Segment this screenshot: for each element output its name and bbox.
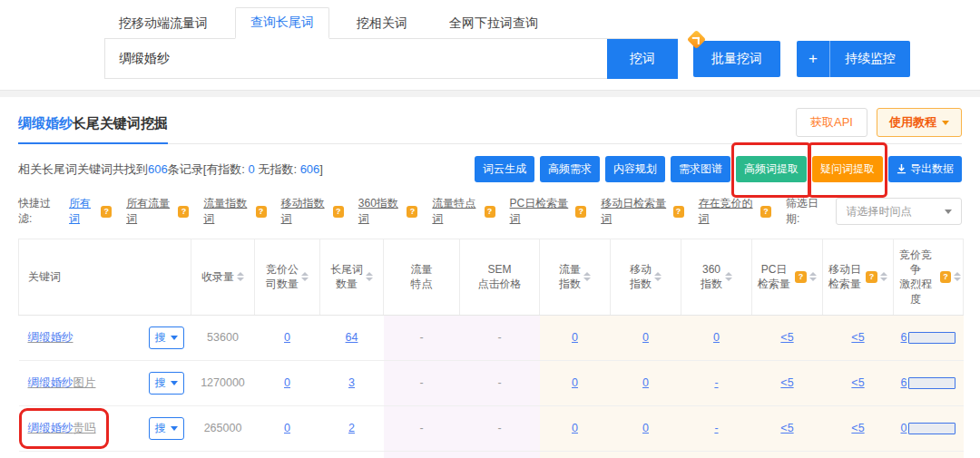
- longtail-results-card: 绸缎婚纱长尾关键词挖掘 获取API 使用教程 相关长尾词关键词共找到606条记录…: [0, 97, 980, 458]
- cell-value-link[interactable]: 64: [346, 331, 358, 344]
- sort-icon[interactable]: [237, 272, 244, 281]
- cell-value-link[interactable]: 0: [284, 331, 290, 344]
- cell-pc_daily: <5: [752, 405, 823, 451]
- sort-icon[interactable]: [654, 272, 662, 281]
- action-button-导出数据[interactable]: 导出数据: [888, 156, 962, 182]
- cell-value-link[interactable]: 2: [348, 422, 355, 434]
- tab-全网下拉词查询[interactable]: 全网下拉词查询: [435, 9, 553, 38]
- cell-value-link[interactable]: 0: [572, 331, 578, 344]
- help-icon[interactable]: ?: [940, 271, 951, 283]
- filter-流量特点词[interactable]: 流量特点词?: [432, 196, 495, 227]
- cell-value-link[interactable]: 0: [642, 422, 649, 434]
- help-icon[interactable]: ?: [485, 206, 495, 218]
- row-search-button[interactable]: 搜: [149, 326, 184, 349]
- keyword-link[interactable]: 绸缎婚纱图片: [28, 375, 96, 391]
- competition-cell: 6: [896, 331, 962, 344]
- help-icon[interactable]: ?: [333, 206, 344, 218]
- filter-移动日检索量词[interactable]: 移动日检索量词?: [601, 196, 683, 227]
- cell-mobile_daily: <5: [823, 315, 894, 360]
- help-icon[interactable]: ?: [256, 206, 267, 218]
- cell-value-link[interactable]: <5: [851, 422, 864, 434]
- cell-value-link[interactable]: <5: [851, 376, 864, 389]
- cell-value-link[interactable]: 0: [642, 331, 649, 344]
- sort-icon[interactable]: [725, 272, 732, 281]
- competition-value-link[interactable]: 0: [901, 422, 907, 434]
- cell-value-link[interactable]: <5: [780, 422, 793, 434]
- help-icon[interactable]: ?: [673, 206, 684, 218]
- help-icon[interactable]: ?: [178, 206, 189, 218]
- plus-icon[interactable]: +: [797, 50, 829, 68]
- cell-value-link[interactable]: -: [714, 376, 718, 389]
- sort-icon[interactable]: [809, 272, 817, 281]
- row-search-button[interactable]: 搜: [149, 372, 184, 395]
- cell-index_360: -: [681, 405, 752, 451]
- filter-PC日检索量词[interactable]: PC日检索量词?: [510, 196, 587, 227]
- filter-所有词[interactable]: 所有词?: [69, 196, 112, 227]
- action-button-疑问词提取[interactable]: 疑问词提取: [812, 156, 883, 182]
- sort-up-icon: [725, 272, 732, 276]
- help-icon[interactable]: ?: [760, 206, 771, 218]
- sort-icon[interactable]: [583, 272, 591, 281]
- cell-value-link[interactable]: 0: [713, 331, 720, 344]
- cell-value-link[interactable]: <5: [780, 331, 793, 344]
- cell-value-link[interactable]: -: [714, 422, 718, 434]
- filter-所有流量词[interactable]: 所有流量词?: [126, 196, 189, 227]
- tab-查询长尾词[interactable]: 查询长尾词: [235, 7, 329, 39]
- help-icon[interactable]: ?: [866, 271, 877, 283]
- cell-value-link[interactable]: <5: [780, 376, 793, 389]
- sort-icon[interactable]: [301, 272, 309, 281]
- date-select[interactable]: 请选择时间点: [836, 198, 962, 225]
- cell-value-link[interactable]: 0: [284, 376, 290, 389]
- help-icon[interactable]: ?: [575, 206, 586, 218]
- competition-value-link[interactable]: 6: [901, 376, 907, 389]
- cell-value-link[interactable]: 0: [284, 422, 290, 434]
- sort-down-icon: [583, 278, 591, 281]
- help-icon[interactable]: ?: [101, 206, 112, 218]
- action-button-label: 词云生成: [483, 161, 526, 177]
- tutorial-button[interactable]: 使用教程: [877, 108, 962, 137]
- help-icon[interactable]: ?: [795, 271, 807, 283]
- batch-dig-button[interactable]: 批量挖词: [693, 41, 780, 77]
- dig-words-button[interactable]: 挖词: [607, 39, 678, 79]
- action-button-高频词提取[interactable]: 高频词提取: [736, 156, 807, 182]
- action-button-需求图谱[interactable]: 需求图谱: [671, 156, 730, 182]
- cell-mobile_index: 0: [611, 315, 681, 360]
- sort-down-icon: [725, 278, 732, 281]
- filter-流量指数词[interactable]: 流量指数词?: [203, 196, 266, 227]
- action-button-高频需求[interactable]: 高频需求: [540, 156, 600, 182]
- get-api-button[interactable]: 获取API: [796, 108, 867, 137]
- cell-value-link[interactable]: 0: [572, 422, 578, 434]
- cell-longtail_count: 3: [320, 360, 384, 405]
- cell-competition: 9: [894, 451, 964, 458]
- keyword-link[interactable]: 绸缎婚纱贵吗: [28, 421, 96, 436]
- keyword-input[interactable]: [104, 39, 607, 79]
- row-search-button[interactable]: 搜: [149, 417, 184, 440]
- cell-value-link[interactable]: <5: [851, 331, 864, 344]
- cell-mobile_daily: <5: [823, 405, 894, 451]
- sort-icon[interactable]: [880, 272, 887, 281]
- sort-icon[interactable]: [366, 272, 373, 281]
- cell-index_360: 0: [681, 451, 752, 458]
- filter-移动指数词[interactable]: 移动指数词?: [281, 196, 344, 227]
- action-button-label: 需求图谱: [679, 161, 722, 177]
- action-button-词云生成[interactable]: 词云生成: [475, 156, 534, 182]
- filter-360指数词[interactable]: 360指数词?: [358, 196, 418, 227]
- cell-sem_price: -: [460, 405, 540, 451]
- table-row: 绸缎婚纱搜53600064--000<5<56: [19, 315, 964, 360]
- cell-value-link[interactable]: 0: [642, 376, 649, 389]
- cell-value-link[interactable]: 0: [572, 376, 578, 389]
- tab-挖相关词[interactable]: 挖相关词: [342, 9, 422, 38]
- cell-sem_price: -: [460, 360, 540, 405]
- sort-icon[interactable]: [954, 272, 961, 281]
- quick-filter-bar: 快捷过滤: 所有词?所有流量词?流量指数词?移动指数词?360指数词?流量特点词…: [18, 188, 962, 239]
- help-icon[interactable]: ?: [407, 206, 417, 218]
- competition-value-link[interactable]: 6: [901, 331, 907, 344]
- tab-挖移动端流量词[interactable]: 挖移动端流量词: [104, 9, 222, 38]
- keyword-link[interactable]: 绸缎婚纱: [28, 330, 74, 346]
- chevron-down-icon: [171, 381, 178, 385]
- column-label: 竞价竞争激烈程度: [896, 248, 936, 307]
- continuous-monitor-button[interactable]: + 持续监控: [797, 41, 910, 77]
- action-button-内容规划[interactable]: 内容规划: [605, 156, 665, 182]
- filter-存在竞价的词[interactable]: 存在竞价的词?: [699, 196, 771, 227]
- cell-value-link[interactable]: 3: [348, 376, 355, 389]
